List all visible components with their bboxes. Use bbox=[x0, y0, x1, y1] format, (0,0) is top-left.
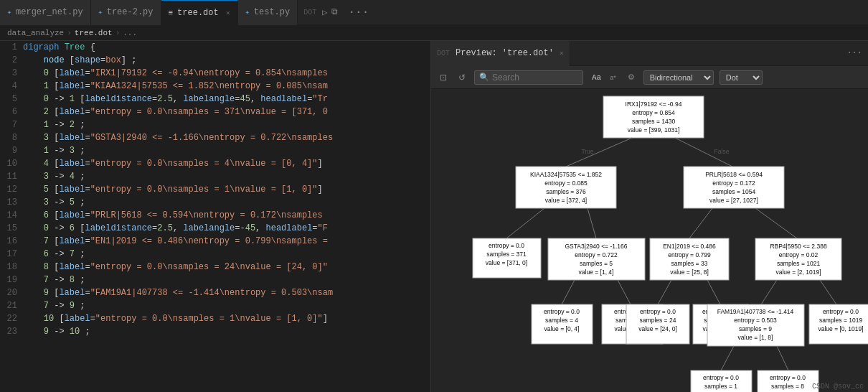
svg-line-33 bbox=[618, 280, 631, 304]
tab-test[interactable]: ✦ test.py bbox=[238, 0, 298, 25]
tree-node-fam19a1: FAM19A1|407738 <= -1.414 entropy = 0.503… bbox=[707, 304, 804, 346]
font-size-button[interactable]: a* bbox=[607, 73, 619, 83]
tree-node-rbp4: RBP4|5950 <= 2.388 entropy = 0.02 sample… bbox=[755, 238, 841, 280]
tab-label-test: test.py bbox=[254, 7, 290, 17]
svg-text:entropy = 0.085: entropy = 0.085 bbox=[544, 179, 588, 187]
tab-close-button[interactable]: ✕ bbox=[226, 9, 230, 17]
split-icon[interactable]: ⧉ bbox=[331, 7, 338, 17]
table-row: 19 7 -> 8 ; bbox=[0, 274, 430, 286]
preview-dot-icon: DOT bbox=[437, 50, 450, 57]
table-row: 20 9 [label="FAM19A1|407738 <= -1.414\ne… bbox=[0, 286, 430, 299]
svg-line-22 bbox=[755, 208, 797, 238]
tab-label-merger: merger_net.py bbox=[16, 7, 83, 17]
preview-tab-bar: DOT Preview: 'tree.dot' ✕ ··· bbox=[431, 41, 868, 66]
main-content: 1 digraph Tree { 2 node [shape=box] ; 3 … bbox=[0, 41, 868, 392]
svg-text:entropy = 0.172: entropy = 0.172 bbox=[712, 179, 755, 187]
svg-text:samples = 8: samples = 8 bbox=[771, 383, 804, 390]
table-row: 18 8 [label="entropy = 0.0\nsamples = 24… bbox=[0, 261, 430, 274]
engine-select[interactable]: Dot Neato FDP bbox=[720, 70, 763, 85]
breadcrumb-sep-2: › bbox=[115, 29, 121, 37]
svg-text:entropy = 0.0: entropy = 0.0 bbox=[823, 308, 859, 315]
svg-text:IRX1|79192 <= -0.94: IRX1|79192 <= -0.94 bbox=[626, 101, 682, 108]
svg-text:entropy = 0.0: entropy = 0.0 bbox=[770, 374, 806, 381]
svg-text:samples = 1430: samples = 1430 bbox=[632, 118, 676, 125]
tree-node-leaf4: entropy = 0.0 samples = 24 value = [24, … bbox=[626, 304, 689, 344]
search-input[interactable] bbox=[492, 73, 578, 83]
svg-line-7 bbox=[566, 138, 632, 167]
table-row: 21 7 -> 9 ; bbox=[0, 299, 430, 312]
tab-label-tree2: tree-2.py bbox=[107, 7, 154, 17]
tree-canvas[interactable]: IRX1|79192 <= -0.94 entropy = 0.854 samp… bbox=[431, 89, 868, 392]
svg-line-47 bbox=[658, 280, 671, 304]
tree-node-leaf6: entropy = 0.0 samples = 1019 value = [0,… bbox=[809, 304, 868, 344]
svg-line-19 bbox=[506, 208, 544, 238]
search-icon: 🔍 bbox=[479, 73, 489, 82]
svg-text:value = [24, 0]: value = [24, 0] bbox=[638, 325, 677, 332]
settings-button[interactable]: ⚙ bbox=[625, 71, 638, 83]
run-icon[interactable]: ▷ bbox=[322, 7, 327, 18]
svg-text:value = [0, 1019]: value = [0, 1019] bbox=[818, 325, 863, 332]
table-row: 15 0 -> 6 [labeldistance=2.5, labelangle… bbox=[0, 222, 430, 235]
svg-text:entropy = 0.503: entropy = 0.503 bbox=[734, 317, 777, 324]
svg-text:entropy = 0.854: entropy = 0.854 bbox=[632, 109, 675, 116]
breadcrumb: data_analyze › tree.dot › ... bbox=[0, 25, 868, 41]
table-row: 4 1 [label="KIAA1324|57535 <= 1.852\nent… bbox=[0, 80, 430, 93]
svg-text:FAM19A1|407738 <= -1.414: FAM19A1|407738 <= -1.414 bbox=[717, 308, 794, 315]
tree-node-leaf1: entropy = 0.0 samples = 371 value = [371… bbox=[473, 238, 541, 278]
tab-tree-dot[interactable]: ≡ tree.dot ✕ bbox=[161, 0, 238, 25]
table-row: 1 digraph Tree { bbox=[0, 41, 430, 54]
svg-text:entropy = 0.0: entropy = 0.0 bbox=[544, 308, 580, 315]
preview-toolbar: ⊡ ↺ 🔍 Aa a* ⚙ Bidirectional Left to Righ… bbox=[431, 66, 868, 89]
svg-text:samples = 24: samples = 24 bbox=[640, 317, 676, 324]
search-box[interactable]: 🔍 bbox=[474, 70, 583, 85]
svg-line-62 bbox=[761, 280, 777, 304]
table-row: 5 0 -> 1 [labeldistance=2.5, labelangle=… bbox=[0, 93, 430, 106]
svg-text:samples = 1054: samples = 1054 bbox=[712, 188, 756, 195]
svg-text:entropy = 0.0: entropy = 0.0 bbox=[640, 308, 676, 315]
svg-text:entropy = 0.799: entropy = 0.799 bbox=[668, 251, 711, 258]
svg-text:entropy = 0.02: entropy = 0.02 bbox=[779, 251, 819, 258]
table-row: 13 3 -> 5 ; bbox=[0, 196, 430, 209]
tree-node-gsta3: GSTA3|2940 <= -1.166 entropy = 0.722 sam… bbox=[548, 238, 645, 280]
table-row: 3 0 [label="IRX1|79192 <= -0.94\nentropy… bbox=[0, 67, 430, 80]
more-icon[interactable]: ··· bbox=[846, 48, 862, 58]
tree-diagram: IRX1|79192 <= -0.94 entropy = 0.854 samp… bbox=[431, 89, 868, 392]
tree-node-leaf7: entropy = 0.0 samples = 1 value = [1, 0] bbox=[691, 370, 752, 392]
svg-text:samples = 1: samples = 1 bbox=[704, 383, 737, 390]
table-row: 2 node [shape=box] ; bbox=[0, 54, 430, 67]
svg-text:value = [2, 1019]: value = [2, 1019] bbox=[775, 269, 821, 276]
svg-line-63 bbox=[820, 280, 836, 304]
more-tabs-button[interactable]: ··· bbox=[344, 6, 373, 19]
preview-panel: DOT Preview: 'tree.dot' ✕ ··· ⊡ ↺ 🔍 Aa a… bbox=[430, 41, 868, 392]
svg-text:entropy = 0.0: entropy = 0.0 bbox=[703, 374, 739, 381]
table-row: 8 3 [label="GSTA3|2940 <= -1.166\nentrop… bbox=[0, 131, 430, 144]
svg-line-73 bbox=[721, 346, 734, 370]
refresh-button[interactable]: ↺ bbox=[456, 71, 468, 84]
svg-text:GSTA3|2940 <= -1.166: GSTA3|2940 <= -1.166 bbox=[565, 243, 627, 250]
status-text: CSDN @sov_cc bbox=[812, 383, 864, 391]
table-row: 10 4 [label="entropy = 0.0\nsamples = 4\… bbox=[0, 157, 430, 170]
fit-page-button[interactable]: ⊡ bbox=[437, 71, 450, 84]
svg-line-48 bbox=[707, 280, 720, 304]
direction-select[interactable]: Bidirectional Left to Right Top to Botto… bbox=[643, 70, 714, 85]
tab-tree2[interactable]: ✦ tree-2.py bbox=[91, 0, 161, 25]
tree-node-leaf2: entropy = 0.0 samples = 4 value = [0, 4] bbox=[532, 304, 593, 344]
code-editor[interactable]: 1 digraph Tree { 2 node [shape=box] ; 3 … bbox=[0, 41, 430, 392]
aa-label: Aa bbox=[592, 73, 601, 82]
preview-close-button[interactable]: ✕ bbox=[560, 49, 564, 57]
tab-label-tree-dot: tree.dot bbox=[177, 8, 219, 18]
svg-line-32 bbox=[562, 280, 575, 304]
table-row: 11 3 -> 4 ; bbox=[0, 170, 430, 183]
table-row: 16 7 [label="EN1|2019 <= 0.486\nentropy … bbox=[0, 235, 430, 248]
tree-node-en1: EN1|2019 <= 0.486 entropy = 0.799 sample… bbox=[650, 238, 729, 280]
preview-tab[interactable]: DOT Preview: 'tree.dot' ✕ bbox=[431, 41, 570, 66]
table-row: 23 9 -> 10 ; bbox=[0, 325, 430, 338]
tab-merger-net[interactable]: ✦ merger_net.py bbox=[0, 0, 91, 25]
svg-text:entropy = 0.0: entropy = 0.0 bbox=[489, 242, 524, 249]
breadcrumb-item-2: tree.dot bbox=[75, 29, 113, 37]
svg-text:samples = 1019: samples = 1019 bbox=[819, 317, 863, 324]
tab-icon-tree2: ✦ bbox=[98, 8, 103, 17]
table-row: 6 2 [label="entropy = 0.0\nsamples = 371… bbox=[0, 106, 430, 118]
table-row: 9 1 -> 3 ; bbox=[0, 144, 430, 157]
preview-more-button[interactable]: ··· bbox=[846, 48, 868, 58]
